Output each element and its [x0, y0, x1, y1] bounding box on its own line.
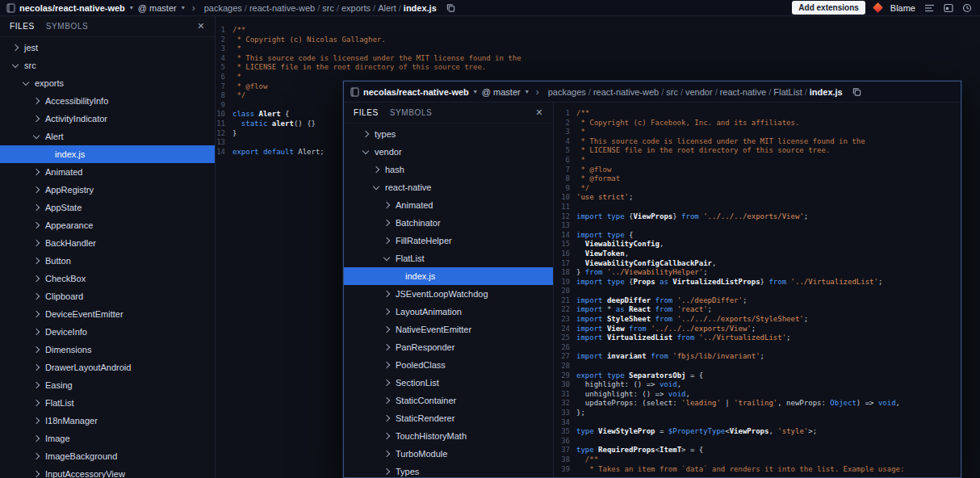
- line-number[interactable]: 6: [554, 156, 576, 166]
- line-number[interactable]: 30: [554, 380, 576, 390]
- line-number[interactable]: 21: [554, 296, 576, 306]
- repo-name[interactable]: necolas/react-native-web: [19, 3, 125, 13]
- line-number[interactable]: 1: [216, 26, 232, 36]
- breadcrumb-item[interactable]: react-native-web: [249, 3, 315, 13]
- tree-item-Easing[interactable]: Easing: [0, 376, 215, 394]
- line-number[interactable]: 10: [216, 110, 232, 120]
- tree-item-index.js[interactable]: index.js: [344, 267, 553, 285]
- line-number[interactable]: 25: [554, 333, 576, 343]
- line-number[interactable]: 7: [216, 82, 232, 92]
- line-number[interactable]: 37: [554, 446, 576, 455]
- changelog-icon[interactable]: [924, 3, 935, 13]
- tree-item-ActivityIndicator[interactable]: ActivityIndicator: [0, 110, 215, 128]
- line-number[interactable]: 5: [554, 146, 576, 156]
- line-number[interactable]: 9: [216, 101, 232, 111]
- copy-path-icon[interactable]: [852, 87, 861, 97]
- line-number[interactable]: 4: [554, 137, 576, 147]
- breadcrumb-item[interactable]: Alert: [378, 3, 396, 13]
- tree-item-InputAccessoryView[interactable]: InputAccessoryView: [0, 465, 215, 478]
- line-number[interactable]: 8: [216, 91, 232, 101]
- tree-item-hash[interactable]: hash: [344, 161, 553, 178]
- tree-item-Button[interactable]: Button: [0, 252, 215, 270]
- line-number[interactable]: 8: [554, 174, 576, 184]
- line-number[interactable]: 14: [216, 148, 232, 157]
- tree-item-Clipboard[interactable]: Clipboard: [0, 287, 215, 305]
- line-number[interactable]: 6: [216, 73, 232, 82]
- tree-item-TouchHistoryMath[interactable]: TouchHistoryMath: [344, 427, 553, 445]
- line-number[interactable]: 11: [216, 120, 232, 129]
- tree-item-ImageBackground[interactable]: ImageBackground: [0, 447, 215, 465]
- history-icon[interactable]: [962, 3, 972, 13]
- line-number[interactable]: 24: [554, 325, 576, 334]
- line-number[interactable]: 9: [554, 184, 576, 194]
- line-number[interactable]: 2: [216, 36, 232, 45]
- tree-item-I18nManager[interactable]: I18nManager: [0, 412, 215, 430]
- tree-item-Animated[interactable]: Animated: [0, 163, 215, 181]
- panel-icon[interactable]: [944, 3, 953, 13]
- tree-item-AccessibilityInfo[interactable]: AccessibilityInfo: [0, 92, 215, 110]
- tree-item-NativeEventEmitter[interactable]: NativeEventEmitter: [344, 321, 553, 338]
- line-number[interactable]: 3: [554, 128, 576, 137]
- tree-item-jest[interactable]: jest: [0, 39, 215, 57]
- breadcrumb-item[interactable]: packages: [204, 3, 242, 13]
- tree-item-JSEventLoopWatchdog[interactable]: JSEventLoopWatchdog: [344, 285, 553, 303]
- line-number[interactable]: 32: [554, 399, 576, 409]
- add-extensions-button[interactable]: Add extensions: [792, 1, 865, 15]
- tree-item-LayoutAnimation[interactable]: LayoutAnimation: [344, 303, 553, 321]
- close-icon[interactable]: ✕: [535, 107, 543, 118]
- tree-item-TurboModule[interactable]: TurboModule: [344, 445, 553, 463]
- tree-item-exports[interactable]: exports: [0, 74, 215, 92]
- line-number[interactable]: 36: [554, 437, 576, 447]
- line-number[interactable]: 13: [554, 221, 576, 231]
- line-number[interactable]: 1: [554, 109, 576, 119]
- line-number[interactable]: 35: [554, 427, 576, 437]
- breadcrumb-item[interactable]: src: [322, 3, 334, 13]
- tree-item-StaticContainer[interactable]: StaticContainer: [344, 392, 553, 409]
- line-number[interactable]: 14: [554, 231, 576, 241]
- line-number[interactable]: 31: [554, 390, 576, 400]
- repo-caret-icon[interactable]: ▾: [130, 4, 133, 11]
- tree-item-StaticRenderer[interactable]: StaticRenderer: [344, 409, 553, 427]
- tree-item-Dimensions[interactable]: Dimensions: [0, 341, 215, 358]
- breadcrumb-item[interactable]: react-native: [720, 87, 766, 97]
- tree-item-AppState[interactable]: AppState: [0, 199, 215, 216]
- line-number[interactable]: 29: [554, 371, 576, 381]
- breadcrumb-item[interactable]: index.js: [404, 3, 437, 13]
- line-number[interactable]: 28: [554, 362, 576, 371]
- line-number[interactable]: 38: [554, 455, 576, 465]
- copy-path-icon[interactable]: [446, 3, 455, 13]
- tree-item-FlatList[interactable]: FlatList: [344, 249, 553, 267]
- tab-symbols[interactable]: SYMBOLS: [390, 108, 433, 117]
- line-number[interactable]: 17: [554, 259, 576, 269]
- line-number[interactable]: 19: [554, 278, 576, 287]
- breadcrumb-item[interactable]: exports: [341, 3, 371, 13]
- repo-name[interactable]: necolas/react-native-web: [363, 87, 469, 97]
- line-number[interactable]: 33: [554, 409, 576, 418]
- line-number[interactable]: 16: [554, 249, 576, 259]
- line-number[interactable]: 7: [554, 166, 576, 175]
- tree-item-index.js[interactable]: index.js: [0, 145, 215, 163]
- tree-item-src[interactable]: src: [0, 57, 215, 74]
- breadcrumb-item[interactable]: src: [666, 87, 678, 97]
- tree-item-react-native[interactable]: react-native: [344, 178, 553, 196]
- breadcrumb-item[interactable]: FlatList: [773, 87, 802, 97]
- line-number[interactable]: 26: [554, 343, 576, 353]
- revision-caret-icon[interactable]: ▾: [182, 4, 185, 11]
- line-number[interactable]: 15: [554, 240, 576, 249]
- tab-files[interactable]: FILES: [354, 108, 379, 117]
- tab-files[interactable]: FILES: [10, 22, 35, 31]
- breadcrumb-item[interactable]: packages: [548, 87, 586, 97]
- line-number[interactable]: 22: [554, 305, 576, 315]
- line-number[interactable]: 13: [216, 138, 232, 148]
- tab-symbols[interactable]: SYMBOLS: [46, 22, 89, 31]
- breadcrumb-item[interactable]: index.js: [810, 87, 843, 97]
- line-number[interactable]: 11: [554, 203, 576, 212]
- revision-caret-icon[interactable]: ▾: [526, 88, 529, 95]
- tree-item-CheckBox[interactable]: CheckBox: [0, 270, 215, 287]
- line-number[interactable]: 5: [216, 63, 232, 73]
- line-number[interactable]: 10: [554, 193, 576, 203]
- line-number[interactable]: 12: [216, 129, 232, 139]
- tree-item-FlatList[interactable]: FlatList: [0, 394, 215, 412]
- breadcrumb-item[interactable]: vendor: [685, 87, 713, 97]
- tree-item-Image[interactable]: Image: [0, 430, 215, 447]
